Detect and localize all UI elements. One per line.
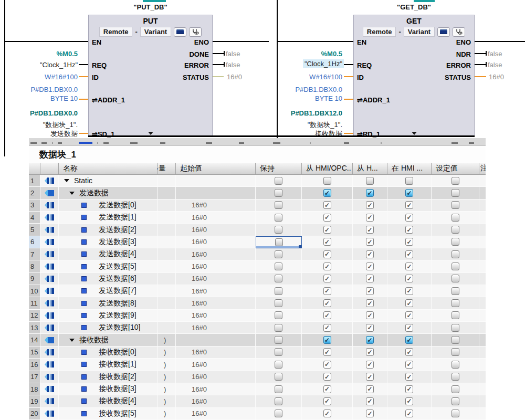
retain-checkbox-cell[interactable]	[256, 297, 302, 309]
hmi-writable-checkbox-cell[interactable]: ✓	[353, 334, 387, 346]
get-mode-dropdown[interactable]: Remote	[363, 27, 396, 37]
hmi-visible-checkbox[interactable]: ✓	[405, 410, 413, 417]
setpoint-checkbox-cell[interactable]	[432, 212, 479, 224]
operand-m0-5[interactable]: %M0.5	[15, 50, 78, 58]
hmi-visible-checkbox-cell[interactable]: ✓	[387, 236, 432, 248]
hmi-writable-checkbox-cell[interactable]: ✓	[353, 224, 387, 236]
operand-sd-member[interactable]: 发送数据	[15, 129, 78, 139]
expand-triangle-icon[interactable]	[69, 339, 75, 342]
hmi-opc-accessible-checkbox[interactable]: ✓	[323, 348, 331, 356]
comment-cell[interactable]	[479, 285, 486, 297]
retain-checkbox[interactable]	[275, 275, 282, 282]
variable-name-cell[interactable]: 接收数据	[59, 334, 158, 346]
header-hmi-opc-accessible[interactable]: 从 HMI/OPC..	[302, 163, 353, 175]
hmi-visible-checkbox-cell[interactable]: ✓	[387, 212, 432, 224]
table-row[interactable]: 3发送数据[0]16#0✓✓✓	[29, 200, 486, 212]
hmi-opc-accessible-checkbox[interactable]: ✓	[323, 336, 331, 344]
hmi-visible-checkbox[interactable]: ✓	[405, 373, 413, 381]
hmi-visible-checkbox-cell[interactable]: ✓	[387, 200, 432, 212]
hmi-writable-checkbox[interactable]: ✓	[366, 336, 374, 344]
header-retain[interactable]: 保持	[256, 163, 302, 175]
hmi-opc-accessible-checkbox[interactable]: ✓	[323, 299, 331, 307]
comment-cell[interactable]	[479, 346, 486, 359]
start-value-cell[interactable]: 16#0	[176, 236, 256, 248]
hmi-opc-accessible-checkbox-cell[interactable]: ✓	[302, 285, 353, 297]
start-value-cell[interactable]: 16#0	[176, 297, 256, 309]
header-name[interactable]: 名称	[59, 163, 158, 175]
hmi-writable-checkbox[interactable]: ✓	[366, 311, 374, 319]
hmi-visible-checkbox-cell[interactable]: ✓	[387, 383, 432, 395]
done-value[interactable]: false	[226, 50, 240, 58]
variable-name-cell[interactable]: 发送数据[6]	[59, 273, 158, 285]
comment-cell[interactable]	[479, 395, 486, 407]
hmi-opc-accessible-checkbox[interactable]: ✓	[323, 311, 331, 319]
retain-checkbox[interactable]	[275, 299, 282, 307]
hmi-writable-checkbox[interactable]: ✓	[366, 226, 374, 234]
table-row[interactable]: 17接收数据[2])16#0✓✓✓	[29, 371, 486, 383]
hmi-visible-checkbox[interactable]: ✓	[405, 201, 413, 209]
hmi-opc-accessible-checkbox-cell[interactable]: ✓	[302, 322, 353, 334]
hmi-opc-accessible-checkbox-cell[interactable]: ✓	[302, 395, 353, 407]
operand-id[interactable]: W#16#100	[279, 73, 342, 81]
hmi-writable-checkbox-cell[interactable]: ✓	[353, 285, 387, 297]
hmi-writable-checkbox-cell[interactable]: ✓	[353, 187, 387, 199]
diagnostics-button[interactable]	[189, 27, 202, 37]
variable-name-cell[interactable]: 接收数据[5]	[59, 408, 158, 420]
setpoint-checkbox-cell[interactable]	[432, 297, 479, 309]
header-comment-clipped[interactable]: 注释	[479, 163, 486, 175]
start-value-cell[interactable]	[176, 187, 256, 199]
table-row[interactable]: 7发送数据[4]16#0✓✓✓	[29, 248, 486, 260]
retain-checkbox[interactable]	[275, 385, 282, 393]
setpoint-checkbox[interactable]	[452, 201, 459, 209]
comment-cell[interactable]	[479, 371, 486, 383]
hmi-opc-accessible-checkbox-cell[interactable]: ✓	[302, 383, 353, 395]
table-row[interactable]: 18接收数据[3])16#0✓✓✓	[29, 383, 486, 395]
hmi-opc-accessible-checkbox-cell[interactable]: ✓	[302, 212, 353, 224]
retain-checkbox-cell[interactable]	[256, 334, 302, 346]
retain-checkbox-cell[interactable]	[256, 175, 302, 187]
hmi-writable-checkbox-cell[interactable]: ✓	[353, 359, 387, 371]
hmi-writable-checkbox-cell[interactable]: ✓	[353, 248, 387, 260]
retain-checkbox-cell[interactable]	[256, 200, 302, 212]
hmi-writable-checkbox[interactable]: ✓	[366, 250, 374, 258]
hmi-visible-checkbox[interactable]: ✓	[405, 238, 413, 246]
setpoint-checkbox-cell[interactable]	[432, 187, 479, 199]
hmi-visible-checkbox[interactable]: ✓	[405, 287, 413, 295]
setpoint-checkbox[interactable]	[452, 385, 459, 393]
hmi-writable-checkbox-cell[interactable]	[353, 175, 387, 187]
setpoint-checkbox-cell[interactable]	[432, 236, 479, 248]
table-row[interactable]: 11发送数据[8]16#0✓✓✓	[29, 297, 486, 309]
setpoint-checkbox[interactable]	[452, 287, 459, 295]
start-value-cell[interactable]: 16#0	[176, 346, 256, 359]
hmi-writable-checkbox[interactable]: ✓	[366, 287, 374, 295]
operand-addr-pointer[interactable]: P#DB1.DBX0.0	[279, 86, 342, 93]
operand-rd-member[interactable]: 接收数据	[279, 129, 342, 139]
start-value-cell[interactable]: 16#0	[176, 224, 256, 236]
comment-cell[interactable]	[479, 248, 486, 260]
setpoint-checkbox-cell[interactable]	[432, 260, 479, 272]
hmi-visible-checkbox[interactable]: ✓	[405, 189, 413, 197]
hmi-opc-accessible-checkbox[interactable]: ✓	[323, 250, 331, 258]
start-value-cell[interactable]: 16#0	[176, 212, 256, 224]
start-value-cell[interactable]: 16#0	[176, 260, 256, 272]
hmi-visible-checkbox[interactable]: ✓	[405, 299, 413, 307]
hmi-writable-checkbox-cell[interactable]: ✓	[353, 383, 387, 395]
hmi-opc-accessible-checkbox[interactable]: ✓	[323, 275, 331, 282]
retain-checkbox[interactable]	[275, 361, 282, 369]
header-hmi-writable[interactable]: 从 H...	[353, 163, 387, 175]
setpoint-checkbox-cell[interactable]	[432, 322, 479, 334]
setpoint-checkbox-cell[interactable]	[432, 310, 479, 322]
comment-cell[interactable]	[479, 200, 486, 212]
retain-checkbox[interactable]	[275, 201, 282, 209]
hmi-writable-checkbox-cell[interactable]: ✓	[353, 236, 387, 248]
hmi-writable-checkbox[interactable]	[366, 177, 374, 185]
hmi-visible-checkbox-cell[interactable]: ✓	[387, 297, 432, 309]
variable-name-cell[interactable]: 接收数据[2]	[59, 371, 158, 383]
hmi-visible-checkbox[interactable]: ✓	[405, 311, 413, 319]
hmi-visible-checkbox[interactable]: ✓	[405, 226, 413, 234]
hmi-visible-checkbox[interactable]: ✓	[405, 348, 413, 356]
setpoint-checkbox[interactable]	[452, 361, 459, 369]
hmi-visible-checkbox-cell[interactable]: ✓	[387, 187, 432, 199]
put-instance-name[interactable]: "PUT_DB"	[88, 3, 213, 11]
put-block[interactable]: PUT Remote - Variant EN REQ ID ⇌ADDR_1 ⇌…	[88, 15, 213, 136]
